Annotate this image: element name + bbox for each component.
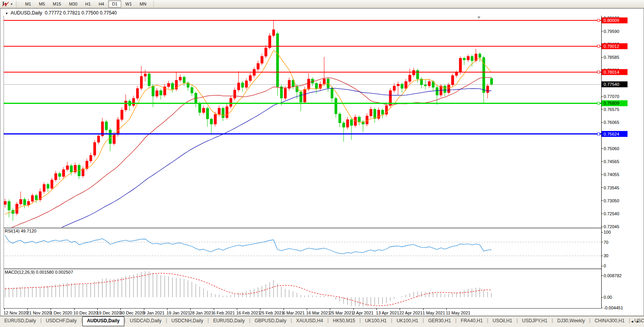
top-toolbar: ▼ M1M5M15M30H1H4D1W1MN (0, 0, 644, 8)
candle-body (350, 120, 353, 125)
candle-body (144, 74, 147, 76)
shift-marker-g[interactable] (477, 16, 480, 19)
timeframe-button-w1[interactable]: W1 (122, 0, 136, 7)
symbol-tab-eurusd-daily[interactable]: EURUSD,Daily (209, 317, 249, 325)
price-tick-label: 0.79590 (604, 29, 619, 34)
symbol-tab-eurusd-daily[interactable]: EURUSD,Daily (0, 317, 40, 325)
candle-body (58, 173, 61, 176)
timeframe-button-mn[interactable]: MN (136, 0, 150, 7)
candle-body (117, 120, 120, 134)
candle-body (346, 120, 349, 127)
price-badge-label: 0.78014 (604, 70, 619, 74)
candle-body (222, 108, 225, 118)
symbol-tab-uk100-h1[interactable]: UK100,H1 (361, 317, 391, 325)
hline-handle[interactable] (597, 19, 600, 22)
candle-body (179, 77, 182, 80)
horizontal-object-lines[interactable] (4, 19, 601, 135)
price-chart-canvas[interactable]: 0.801000.795900.790850.785850.780800.775… (0, 9, 644, 316)
hline-handle[interactable] (597, 71, 600, 73)
time-axis[interactable]: 12 Nov 202021 Nov 20201 Dec 202010 Dec 2… (4, 308, 470, 315)
timeframe-button-m30[interactable]: M30 (65, 0, 81, 7)
candle-body (342, 123, 345, 127)
candle-body (471, 56, 473, 61)
candle-body (202, 108, 205, 113)
toolbar-separator (153, 1, 154, 7)
symbol-tab-usdcad-daily[interactable]: USDCAD,Daily (126, 317, 166, 325)
timeframe-button-h1[interactable]: H1 (82, 0, 94, 7)
timeframe-button-m1[interactable]: M1 (22, 0, 35, 7)
symbol-tab-usdjpy-h1[interactable]: USDJPY,H1 (518, 317, 551, 325)
candle-body (47, 184, 49, 189)
chart-ohlc-quotes: 0.77772 0.77821 0.77500 0.77540 (45, 10, 117, 16)
symbol-tab-hk50-m15[interactable]: HK50,M15 (329, 317, 360, 325)
candle-body (444, 86, 446, 93)
symbol-tab-usdcnh-daily[interactable]: USDCNH,Daily (167, 317, 207, 325)
hline-handle[interactable] (597, 133, 600, 135)
candle-body (451, 76, 454, 85)
candle-body (335, 98, 337, 114)
price-tick-label: 0.73050 (604, 198, 619, 203)
chart-shift-marker[interactable] (477, 16, 480, 19)
candle-body (490, 78, 493, 84)
symbol-tab-audusd-daily[interactable]: AUDUSD,Daily (82, 316, 124, 326)
candle-body (191, 87, 193, 93)
candle-body (448, 85, 450, 93)
symbol-tab-dj30-weekly[interactable]: DJ30,Weekly (553, 317, 589, 325)
candle-body (160, 91, 162, 95)
symbol-tab-china300-h1[interactable]: CHINA300,H1 (590, 317, 629, 325)
hline-handle[interactable] (597, 45, 600, 47)
candle-body (55, 173, 57, 180)
hline-handle[interactable] (597, 102, 600, 104)
date-tick-label: 6 Feb 2021 (213, 311, 235, 315)
rsi-tick-label: 0 (604, 263, 606, 268)
candle-body (152, 86, 155, 96)
candle-body (105, 122, 108, 130)
macd-tick-label: 0.008782 (604, 273, 622, 278)
candle-body (358, 117, 361, 122)
candle-body (214, 114, 217, 124)
toolbar-grip[interactable] (16, 1, 18, 7)
date-tick-label: 9 Jan 2021 (143, 311, 164, 315)
date-tick-label: 13 Apr 2021 (376, 311, 399, 315)
candle-body (132, 98, 135, 105)
quote-dropdown-icon[interactable]: ▼ (5, 12, 8, 15)
price-badge-label: 0.76809 (604, 101, 619, 105)
timeframe-button-h4[interactable]: H4 (95, 0, 107, 7)
rsi-line (5, 235, 491, 254)
timeframe-button-m5[interactable]: M5 (35, 0, 48, 7)
candle-body (226, 107, 228, 118)
date-tick-label: 25 Mar 2021 (329, 311, 354, 315)
candle-body (261, 56, 264, 64)
candle-body (20, 199, 22, 204)
candle-body (62, 169, 65, 176)
candle-body (323, 79, 326, 84)
date-tick-label: 16 Mar 2021 (306, 311, 331, 315)
tab-scroll-left-icon[interactable]: ◄ (630, 320, 636, 323)
symbol-tab-uk100-h1[interactable]: UK100,H1 (392, 317, 422, 325)
candle-body (401, 84, 404, 88)
chart-symbol-label: AUDUSD,Daily (11, 10, 42, 16)
candle-body (237, 83, 240, 90)
symbol-tab-xauusd-h4[interactable]: XAUUSD,H4 (292, 317, 327, 325)
timeframe-button-m15[interactable]: M15 (49, 0, 65, 7)
symbol-tab-usoil-h1[interactable]: USOil,H1 (488, 317, 517, 325)
candle-body (257, 64, 260, 69)
symbol-tab-gbpusd-daily[interactable]: GBPUSD,Daily (250, 317, 291, 325)
date-tick-label: 21 Nov 2020 (27, 311, 51, 315)
chart-toolbar-icon[interactable] (2, 1, 9, 7)
candle-body (397, 84, 400, 86)
symbol-tab-usdchf-daily[interactable]: USDCHF,Daily (42, 317, 81, 325)
timeframe-button-d1[interactable]: D1 (108, 0, 121, 7)
price-badge-label: 0.80009 (604, 18, 619, 23)
toolbar-dropdown-caret[interactable]: ▼ (10, 3, 13, 5)
tab-scroll-right-icon[interactable]: ► (636, 320, 642, 323)
price-tick-label: 0.74055 (604, 172, 619, 177)
price-badges: 0.800090.790120.780140.775400.768090.756… (602, 18, 628, 137)
candle-body (35, 195, 38, 200)
symbol-tab-ger30-h1[interactable]: GER30,H1 (424, 317, 455, 325)
candle-body (373, 109, 376, 118)
symbol-tab-fra40-h1[interactable]: FRA40,H1 (457, 317, 487, 325)
rsi-tick-label: 100 (604, 230, 611, 234)
date-tick-label: 19 Jan 2021 (166, 311, 190, 315)
candle-body (70, 165, 73, 172)
